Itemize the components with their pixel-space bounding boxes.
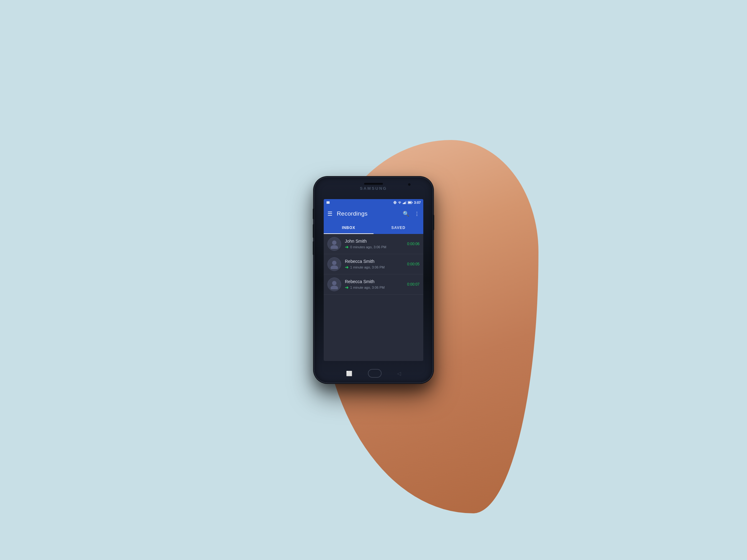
bottom-bezel: ⬜ ◁ <box>314 361 433 386</box>
recordings-list: John Smith ➜ 0 minutes ago, 3:06 PM 0:00… <box>324 234 423 361</box>
svg-point-15 <box>332 281 336 285</box>
call-time: 1 minute ago, 3:06 PM <box>350 265 385 269</box>
avatar <box>328 237 341 251</box>
status-right-icons: 3:07 <box>393 201 421 205</box>
wifi-icon <box>398 201 402 204</box>
svg-rect-2 <box>393 202 394 204</box>
item-info: Rebecca Smith ➜ 1 minute ago, 3:06 PM <box>345 259 407 270</box>
scene: SAMSUNG <box>233 47 514 513</box>
outgoing-arrow-icon: ➜ <box>345 285 349 290</box>
app-title: Recordings <box>337 210 403 217</box>
svg-rect-7 <box>406 201 407 204</box>
svg-rect-10 <box>408 202 411 204</box>
outgoing-arrow-icon: ➜ <box>345 244 349 249</box>
search-icon[interactable]: 🔍 <box>403 211 409 217</box>
status-left-icons <box>326 201 330 205</box>
status-time: 3:07 <box>414 201 421 205</box>
recent-apps-icon[interactable]: ⬜ <box>346 371 352 376</box>
svg-rect-1 <box>394 201 395 204</box>
speaker-grille <box>364 183 383 185</box>
avatar <box>328 257 341 271</box>
power-button <box>433 215 434 230</box>
tab-inbox-label: INBOX <box>342 225 355 230</box>
tab-inbox[interactable]: INBOX <box>324 221 374 234</box>
app-bar: ☰ Recordings 🔍 ⋮ <box>324 206 423 221</box>
hamburger-menu-icon[interactable]: ☰ <box>328 211 332 216</box>
avatar-image <box>329 239 339 249</box>
app-bar-actions: 🔍 ⋮ <box>403 211 419 217</box>
outgoing-arrow-icon: ➜ <box>345 265 349 270</box>
svg-rect-3 <box>396 202 396 204</box>
caller-name: Rebecca Smith <box>345 279 407 284</box>
recording-item[interactable]: Rebecca Smith ➜ 1 minute ago, 3:06 PM 0:… <box>324 274 423 295</box>
svg-rect-4 <box>403 203 404 204</box>
more-options-icon[interactable]: ⋮ <box>414 211 419 217</box>
phone-brand: SAMSUNG <box>360 186 387 191</box>
phone-screen: 3:07 ☰ Recordings 🔍 ⋮ INBOX SAVED <box>324 199 423 361</box>
tab-saved-label: SAVED <box>391 225 405 230</box>
recording-duration: 0:00:05 <box>407 262 419 266</box>
svg-point-16 <box>331 286 338 289</box>
front-camera <box>408 183 411 186</box>
home-button[interactable] <box>368 369 382 378</box>
volume-down-button <box>313 224 314 238</box>
top-bezel: SAMSUNG <box>314 177 433 199</box>
tabs-bar: INBOX SAVED <box>324 221 423 234</box>
item-meta: ➜ 1 minute ago, 3:06 PM <box>345 285 407 290</box>
tab-active-indicator <box>324 233 374 234</box>
recording-duration: 0:00:06 <box>407 242 419 246</box>
svg-point-14 <box>331 265 338 269</box>
svg-rect-6 <box>405 202 406 204</box>
item-meta: ➜ 0 minutes ago, 3:06 PM <box>345 244 407 249</box>
avatar-image <box>329 279 339 289</box>
status-bar: 3:07 <box>324 199 423 206</box>
item-meta: ➜ 1 minute ago, 3:06 PM <box>345 265 407 270</box>
item-info: John Smith ➜ 0 minutes ago, 3:06 PM <box>345 239 407 249</box>
tab-saved[interactable]: SAVED <box>374 221 423 234</box>
svg-rect-0 <box>327 201 330 204</box>
recording-item[interactable]: Rebecca Smith ➜ 1 minute ago, 3:06 PM 0:… <box>324 254 423 274</box>
svg-point-12 <box>331 245 338 249</box>
caller-name: Rebecca Smith <box>345 259 407 264</box>
vibrate-icon <box>393 201 396 205</box>
signal-icon <box>403 201 407 204</box>
back-icon[interactable]: ◁ <box>397 371 401 376</box>
avatar-image <box>329 259 339 269</box>
notification-icon <box>326 201 330 205</box>
call-time: 0 minutes ago, 3:06 PM <box>350 245 386 249</box>
volume-up-button <box>313 209 314 219</box>
svg-rect-9 <box>412 202 412 203</box>
bixby-button <box>313 241 314 255</box>
recording-duration: 0:00:07 <box>407 282 419 287</box>
svg-point-13 <box>332 261 336 265</box>
svg-point-11 <box>332 240 336 245</box>
phone-device: SAMSUNG <box>314 177 433 383</box>
svg-rect-5 <box>404 203 405 204</box>
recording-item[interactable]: John Smith ➜ 0 minutes ago, 3:06 PM 0:00… <box>324 234 423 254</box>
avatar <box>328 277 341 291</box>
call-time: 1 minute ago, 3:06 PM <box>350 286 385 289</box>
caller-name: John Smith <box>345 239 407 244</box>
battery-icon <box>408 201 413 204</box>
item-info: Rebecca Smith ➜ 1 minute ago, 3:06 PM <box>345 279 407 290</box>
